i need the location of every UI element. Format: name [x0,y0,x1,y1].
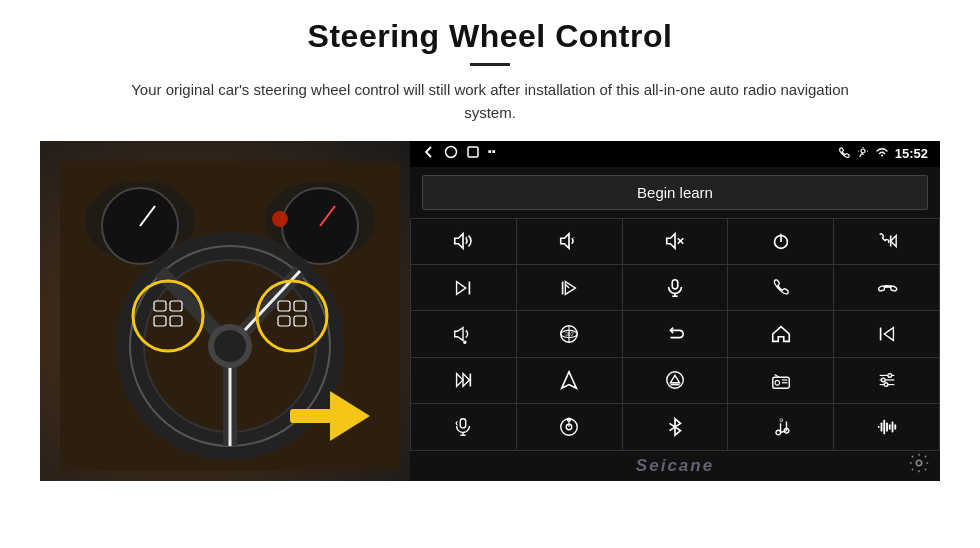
skip-back-fwd-icon [558,277,580,299]
svg-point-83 [568,418,571,421]
svg-marker-60 [457,374,463,387]
svg-point-68 [775,381,780,386]
status-right: 15:52 [838,146,928,162]
bluetooth-icon [664,416,686,438]
navigation-cell[interactable] [517,358,622,403]
svg-point-77 [884,383,888,387]
home-circle-icon[interactable] [444,145,458,162]
phone-call-cell[interactable] [728,265,833,310]
skip-forward-cell[interactable] [411,265,516,310]
back-arrow-icon[interactable] [422,145,436,162]
undo-cell[interactable] [623,311,728,356]
announce-cell[interactable] [411,311,516,356]
hang-up-cell[interactable] [834,265,939,310]
status-bar: ▪▪ [410,141,940,167]
time-display: 15:52 [895,146,928,161]
bluetooth-cell[interactable] [623,404,728,449]
vol-mute-cell[interactable] [623,219,728,264]
svg-point-53 [464,341,466,343]
waveform-cell[interactable] [834,404,939,449]
power-cell[interactable] [728,219,833,264]
fast-forward-icon [452,369,474,391]
vol-mute-icon [664,230,686,252]
signal-icon: ▪▪ [488,145,496,162]
svg-point-32 [861,149,865,153]
view-360-cell[interactable]: 360° [517,311,622,356]
gps-status-icon [857,146,869,161]
svg-marker-47 [566,281,576,294]
eject-icon [664,369,686,391]
equalizer-cell[interactable] [834,358,939,403]
svg-marker-33 [455,234,463,249]
fast-forward-cell[interactable] [411,358,516,403]
svg-marker-37 [667,234,675,249]
vol-up-icon: + [452,230,474,252]
mic-cell[interactable] [623,265,728,310]
svg-point-7 [272,211,288,227]
radio-ui: ▪▪ [410,141,940,481]
svg-rect-29 [290,409,335,423]
svg-text:360°: 360° [566,332,576,337]
home-icon [770,323,792,345]
svg-rect-49 [672,279,678,288]
phone-status-icon [838,146,851,162]
svg-point-98 [916,460,922,466]
skip-forward-icon [452,277,474,299]
mic-icon [664,277,686,299]
home-cell[interactable] [728,311,833,356]
car-image-area [40,141,410,481]
svg-marker-43 [890,236,896,247]
begin-learn-button[interactable]: Begin learn [422,175,928,210]
navigation-icon [558,369,580,391]
phone-call-icon [770,277,792,299]
content-row: ▪▪ [40,141,940,481]
skip-back-cell[interactable] [834,311,939,356]
eject-cell[interactable] [623,358,728,403]
svg-marker-35 [561,234,569,249]
title-divider [470,63,510,66]
svg-text:+: + [465,234,468,240]
music-settings-cell[interactable]: ⚙ [728,404,833,449]
mic-settings-cell[interactable] [411,404,516,449]
view-360-icon: 360° [558,323,580,345]
bottom-bar: Seicane [410,451,940,481]
svg-marker-63 [562,372,577,389]
equalizer-icon [876,369,898,391]
prev-track-icon [876,230,898,252]
vol-up-cell[interactable]: + [411,219,516,264]
settings-dial-icon [558,416,580,438]
skip-back-fwd-cell[interactable] [517,265,622,310]
prev-track-cell[interactable] [834,219,939,264]
status-left: ▪▪ [422,145,496,162]
svg-text:⚙: ⚙ [779,416,784,422]
svg-text:-: - [573,234,575,240]
seicane-watermark: Seicane [636,456,714,476]
hang-up-icon [876,277,898,299]
svg-rect-78 [461,419,467,428]
announce-icon [452,323,474,345]
svg-rect-31 [468,147,478,157]
power-icon [770,230,792,252]
page-title: Steering Wheel Control [308,18,673,55]
svg-point-75 [888,374,892,378]
waveform-icon [876,416,898,438]
page-container: Steering Wheel Control Your original car… [0,0,980,548]
svg-point-30 [446,147,457,158]
mic-settings-icon [452,416,474,438]
svg-marker-59 [884,328,893,341]
begin-learn-row: Begin learn [410,167,940,218]
svg-marker-45 [457,281,466,294]
radio-cell[interactable] [728,358,833,403]
steering-wheel-illustration [60,161,400,471]
gear-settings-icon[interactable] [908,452,930,478]
music-settings-icon: ⚙ [770,416,792,438]
svg-point-73 [881,379,885,383]
wifi-status-icon [875,146,889,161]
settings-dial-cell[interactable] [517,404,622,449]
icon-grid: + - [410,218,940,451]
undo-icon [664,323,686,345]
svg-marker-65 [670,376,679,383]
vol-down-cell[interactable]: - [517,219,622,264]
page-subtitle: Your original car's steering wheel contr… [110,78,870,125]
square-icon[interactable] [466,145,480,162]
